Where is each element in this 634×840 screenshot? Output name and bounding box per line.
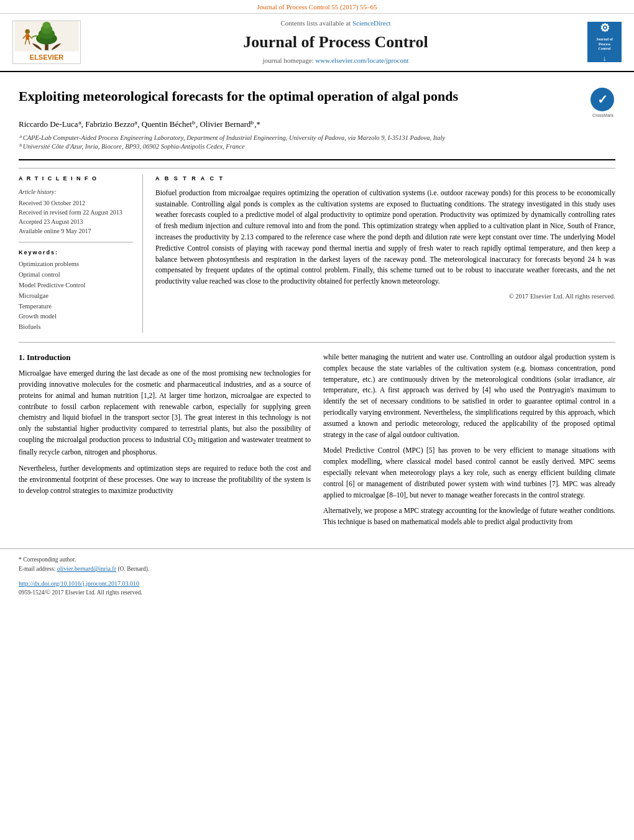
footnote-corresponding: * Corresponding author. [19,555,615,564]
copyright: © 2017 Elsevier Ltd. All rights reserved… [155,292,615,302]
main-content: Exploiting meteorological forecasts for … [0,72,634,546]
article-title-section: Exploiting meteorological forecasts for … [19,81,615,113]
svg-point-5 [42,22,50,29]
svg-point-6 [25,29,29,34]
keyword-item: Optimization problems [19,259,133,270]
elsevier-logo: ELSEVIER [12,21,87,64]
elsevier-wordmark: ELSEVIER [13,52,80,63]
affiliation-a: ᵃ CAPE-Lab Computer-Aided Process Engine… [19,134,615,143]
journal-header: ELSEVIER Contents lists available at Sci… [0,14,634,72]
online-date: Available online 9 May 2017 [19,226,133,236]
email-name: (O. Bernard). [117,566,149,572]
journal-logo-symbol: ↓ [603,53,607,64]
footer-section: * Corresponding author. E-mail address: … [0,548,634,602]
received-date: Received 30 October 2012 [19,198,133,208]
right-para-3: Alternatively, we propose a MPC strategy… [323,505,615,528]
authors-text: Riccardo De-Lucaᵃ, Fabrizio Bezzoᵃ, Quen… [19,119,260,129]
article-info-title: A R T I C L E I N F O [19,175,133,183]
email-link[interactable]: olivier.bernard@inria.fr [57,565,116,572]
keywords-title: Keywords: [19,249,133,257]
right-para-1: while better managing the nutrient and w… [323,352,615,441]
doi-link[interactable]: http://dx.doi.org/10.1016/j.jprocont.201… [19,580,139,587]
intro-para-1: Microalgae have emerged during the last … [19,368,311,458]
journal-logo-right: ⚙ Journal ofProcessControl ↓ [584,22,622,62]
page: Journal of Process Control 55 (2017) 55–… [0,0,634,840]
keyword-list: Optimization problemsOptimal controlMode… [19,259,133,333]
keyword-item: Microalgae [19,291,133,302]
affiliation-b: ᵇ Université Côte d'Azur, Inria, Biocore… [19,142,615,152]
intro-heading: 1. Introduction [19,352,311,363]
svg-rect-7 [25,34,29,40]
section-number: 1. [19,353,25,362]
keywords-section: Keywords: Optimization problemsOptimal c… [19,249,133,333]
section-title: Introduction [27,353,71,362]
journal-homepage: journal homepage: www.elsevier.com/locat… [87,56,584,65]
keyword-item: Temperature [19,302,133,312]
right-para-2: Model Predictive Control (MPC) [5] has p… [323,445,615,501]
corresponding-label: * Corresponding author. [19,556,76,563]
info-abstract-section: A R T I C L E I N F O Article history: R… [19,168,615,333]
homepage-url[interactable]: www.elsevier.com/locate/jprocont [315,57,408,64]
email-label: E-mail address: [19,566,55,572]
body-right-col: while better managing the nutrient and w… [323,352,615,533]
journal-logo-box: ⚙ Journal ofProcessControl ↓ [587,22,622,62]
article-info: A R T I C L E I N F O Article history: R… [19,175,143,333]
journal-title: Journal of Process Control [87,31,584,53]
crossmark-icon: ✓ [590,88,614,111]
keyword-item: Growth model [19,312,133,322]
crossmark-logo: ✓ CrossMark [590,88,615,113]
journal-ref-bar: Journal of Process Control 55 (2017) 55–… [0,0,634,14]
intro-para-2: Nevertheless, further developments and o… [19,463,311,496]
keyword-item: Model Predictive Control [19,280,133,291]
sciencedirect-label: Contents lists available at ScienceDirec… [87,19,584,28]
elsevier-tree-svg [12,21,81,52]
accepted-date: Accepted 23 August 2013 [19,217,133,226]
affiliations: ᵃ CAPE-Lab Computer-Aided Process Engine… [19,134,615,152]
journal-ref: Journal of Process Control 55 (2017) 55–… [257,3,377,11]
history-label: Article history: [19,188,133,196]
header-divider [19,159,615,160]
issn-text: 0959-1524/© 2017 Elsevier Ltd. All right… [19,589,615,597]
revised-date: Received in revised form 22 August 2013 [19,208,133,217]
abstract-text: Biofuel production from microalgae requi… [155,188,615,287]
sciencedirect-link[interactable]: ScienceDirect [352,19,391,27]
authors: Riccardo De-Lucaᵃ, Fabrizio Bezzoᵃ, Quen… [19,119,615,130]
article-history: Article history: Received 30 October 201… [19,188,133,242]
crossmark-label: CrossMark [590,113,615,119]
keyword-item: Biofuels [19,322,133,333]
article-title: Exploiting meteorological forecasts for … [19,88,581,106]
abstract-section: A B S T R A C T Biofuel production from … [155,175,615,333]
journal-logo-icon: ⚙ [600,21,610,36]
journal-center-header: Contents lists available at ScienceDirec… [87,19,584,65]
body-content: 1. Introduction Microalgae have emerged … [19,352,615,533]
abstract-title: A B S T R A C T [155,175,615,183]
footnote-email: E-mail address: olivier.bernard@inria.fr… [19,564,615,573]
body-left-col: 1. Introduction Microalgae have emerged … [19,352,311,533]
keyword-item: Optimal control [19,270,133,280]
section-divider [19,342,615,343]
journal-logo-text: Journal ofProcessControl [596,37,613,51]
